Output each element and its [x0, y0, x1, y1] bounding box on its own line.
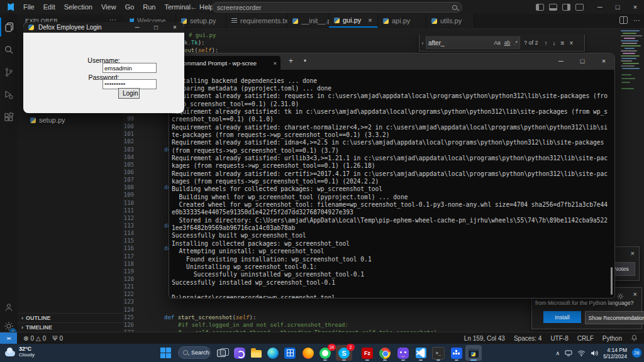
- username-field[interactable]: [103, 63, 157, 73]
- encoding[interactable]: UTF-8: [550, 335, 568, 342]
- taskbar-microsoft-store[interactable]: [282, 345, 298, 361]
- weather-widget[interactable]: 32°C Cloudy: [5, 346, 35, 358]
- windows-taskbar: 32°C Cloudy Search24S2Fz>_ ∧ 4:14 PM 5/1…: [0, 344, 644, 362]
- taskbar-windows-terminal[interactable]: >_: [430, 345, 447, 361]
- show-recommendations-button[interactable]: Show Recommendations: [585, 311, 644, 324]
- remote-indicator[interactable]: ><: [0, 332, 17, 344]
- line-number: 119: [121, 268, 134, 275]
- tab-api-py[interactable]: api.py: [378, 14, 426, 28]
- taskbar-chrome[interactable]: [377, 345, 393, 361]
- nav-back-icon[interactable]: ←: [186, 3, 201, 11]
- taskbar-vscode[interactable]: [413, 345, 429, 361]
- taskbar-whatsapp[interactable]: 24: [317, 345, 333, 361]
- volume-icon[interactable]: [591, 348, 598, 359]
- tab--init-py[interactable]: __init__.py: [287, 14, 329, 28]
- taskbar-loop-app[interactable]: [231, 345, 248, 361]
- file-item-setup-py[interactable]: setup.py: [30, 116, 65, 124]
- taskbar-purple-face-app[interactable]: [395, 345, 411, 361]
- login-button[interactable]: Login: [118, 88, 140, 99]
- search-icon[interactable]: [0, 40, 18, 59]
- task-view-icon: [217, 349, 226, 357]
- taskbar-task-view[interactable]: [213, 345, 230, 361]
- terminal-maximize-button[interactable]: □: [572, 53, 593, 69]
- terminal-close-button[interactable]: ×: [593, 53, 614, 69]
- minimap-line: [625, 48, 635, 49]
- toggle-sidebar-icon[interactable]: [536, 4, 544, 11]
- taskbar-edge[interactable]: [265, 345, 281, 361]
- menu-item-run[interactable]: Run: [138, 3, 160, 11]
- taskbar-search[interactable]: Search: [178, 346, 211, 359]
- find-next-icon[interactable]: ↓: [550, 40, 558, 47]
- ports-indicator[interactable]: Ψ0: [52, 335, 63, 342]
- taskbar-skype[interactable]: S2: [336, 345, 352, 361]
- taskbar-firefox[interactable]: [300, 345, 316, 361]
- find-previous-icon[interactable]: ↑: [542, 40, 550, 47]
- wifi-icon[interactable]: [577, 348, 586, 359]
- cursor-position[interactable]: Ln 159, Col 43: [464, 335, 505, 342]
- window-maximize-button[interactable]: □: [609, 3, 626, 11]
- taskbar-docker[interactable]: [448, 345, 465, 361]
- terminal-tab-close-icon[interactable]: ×: [273, 60, 277, 67]
- editor-more-actions-icon[interactable]: ⋯: [633, 16, 640, 25]
- tab-close-icon[interactable]: ×: [368, 16, 372, 24]
- command-center-search[interactable]: screenrecorder: [212, 2, 462, 13]
- problems-indicator[interactable]: ⊗0 △0: [23, 335, 46, 342]
- filezilla-icon: Fz: [362, 348, 373, 359]
- tab-gui-py[interactable]: gui.py×: [329, 14, 378, 28]
- terminal-new-tab-icon[interactable]: +: [289, 57, 293, 65]
- terminal-dropdown-icon[interactable]: ▾: [304, 58, 306, 63]
- hidden-devices-icon[interactable]: [565, 348, 572, 359]
- tab-requirements-txt[interactable]: requirements.txt: [226, 14, 287, 28]
- source-control-icon[interactable]: [0, 63, 18, 82]
- taskbar-filezilla[interactable]: Fz: [359, 345, 375, 361]
- match-case-toggle[interactable]: Aa: [492, 40, 502, 46]
- account-icon[interactable]: [0, 298, 18, 317]
- notifications-bell-icon[interactable]: [631, 334, 638, 343]
- terminal-minimize-button[interactable]: ─: [550, 53, 572, 69]
- window-close-button[interactable]: ×: [626, 3, 644, 11]
- outline-section[interactable]: › OUTLINE: [18, 313, 123, 322]
- dialog-maximize-button[interactable]: □: [147, 22, 165, 33]
- dialog-close-button[interactable]: ×: [165, 22, 184, 33]
- menu-item-edit[interactable]: Edit: [39, 3, 60, 11]
- run-debug-icon[interactable]: [0, 85, 18, 104]
- toggle-secondary-sidebar-icon[interactable]: [562, 4, 570, 11]
- find-expand-icon[interactable]: ›: [419, 35, 426, 51]
- toast-close-icon[interactable]: ×: [633, 290, 637, 298]
- taskbar-file-explorer[interactable]: [248, 345, 264, 361]
- taskbar-start[interactable]: [157, 345, 174, 361]
- tray-chevron-icon[interactable]: ∧: [556, 350, 560, 356]
- dialog-minimize-button[interactable]: ─: [128, 22, 147, 33]
- menu-item-selection[interactable]: Selection: [60, 3, 97, 11]
- notification-count-badge[interactable]: 26: [632, 348, 641, 358]
- toast-close-icon[interactable]: ×: [631, 250, 635, 257]
- running-indicator: [401, 359, 405, 361]
- extensions-icon[interactable]: [0, 108, 18, 127]
- install-button[interactable]: Install: [543, 311, 581, 323]
- split-editor-icon[interactable]: [619, 16, 628, 24]
- window-minimize-button[interactable]: ─: [591, 3, 609, 11]
- find-in-selection-icon[interactable]: ≡: [558, 40, 567, 47]
- tab-utils-py[interactable]: utils.py: [426, 14, 474, 28]
- explorer-icon[interactable]: [0, 18, 18, 36]
- language-mode[interactable]: Python: [602, 335, 622, 342]
- find-close-icon[interactable]: ×: [567, 40, 575, 47]
- whole-word-toggle[interactable]: ab: [502, 40, 512, 46]
- vscode-titlebar: FileEditSelectionViewGoRunTerminalHelp ←…: [0, 0, 644, 14]
- menu-item-go[interactable]: Go: [121, 3, 139, 11]
- clock[interactable]: 4:14 PM 5/12/2024: [603, 347, 627, 359]
- find-input[interactable]: [426, 40, 492, 47]
- eol-sequence[interactable]: CRLF: [577, 335, 594, 342]
- regex-toggle[interactable]: .*: [512, 40, 519, 46]
- taskbar-python-tool[interactable]: [465, 345, 482, 361]
- terminal-scrollbar[interactable]: [611, 267, 613, 295]
- timeline-section[interactable]: › TIMELINE: [18, 322, 123, 332]
- customize-layout-icon[interactable]: [575, 4, 584, 11]
- menu-item-file[interactable]: File: [19, 3, 39, 11]
- terminal-tab[interactable]: Command Prompt - wp-scree ×: [175, 56, 280, 70]
- active-app-indicator: [470, 359, 477, 361]
- indentation[interactable]: Spaces: 4: [514, 335, 541, 342]
- menu-item-view[interactable]: View: [97, 3, 121, 11]
- terminal-titlebar[interactable]: Command Prompt - wp-scree × + ▾ ─ □ ×: [169, 53, 614, 70]
- toggle-panel-icon[interactable]: [549, 4, 557, 11]
